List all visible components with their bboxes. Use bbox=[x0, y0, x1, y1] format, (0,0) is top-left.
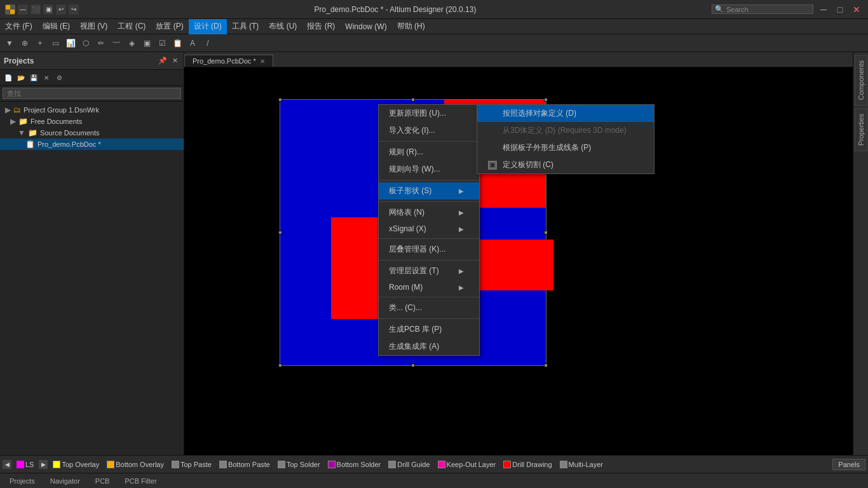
layer-multi[interactable]: Multi-Layer bbox=[557, 460, 606, 469]
dd-sep-6 bbox=[379, 297, 479, 297]
tree-item-free-docs[interactable]: ▶ 📁 Free Documents bbox=[0, 116, 184, 127]
minimize-window-icon[interactable]: — bbox=[18, 4, 28, 15]
layer-keepout-color bbox=[438, 461, 445, 468]
sub-define-from-3d: 从3D体定义 (D) (Requires 3D mode) bbox=[477, 122, 654, 139]
dd-xsignal[interactable]: xSignal (X) ▶ bbox=[379, 221, 479, 236]
sub-define-from-selection[interactable]: 按照选择对象定义 (D) bbox=[477, 105, 654, 122]
layer-ls[interactable]: LS bbox=[14, 460, 36, 469]
menu-window[interactable]: Window (W) bbox=[340, 19, 391, 34]
dd-sep-1 bbox=[379, 141, 479, 142]
bottom-tabs-bar: Projects Navigator PCB PCB Filter bbox=[0, 473, 868, 488]
layer-bottom-solder[interactable]: Bottom Solder bbox=[325, 460, 384, 469]
menu-place[interactable]: 放置 (P) bbox=[151, 19, 188, 34]
maximize-window-icon[interactable]: ▣ bbox=[43, 4, 53, 15]
rs-tab-properties[interactable]: Properties bbox=[855, 108, 867, 151]
layer-scroll-right-btn[interactable]: ▶ bbox=[39, 460, 48, 469]
menu-project[interactable]: 工程 (C) bbox=[112, 19, 151, 34]
dd-classes[interactable]: 类... (C)... bbox=[379, 299, 479, 316]
dd-gen-integrated-lib[interactable]: 生成集成库 (A) bbox=[379, 338, 479, 355]
redo-icon[interactable]: ↪ bbox=[69, 4, 79, 15]
sub-gen-lines-from-board[interactable]: 根据板子外形生成线条 (P) bbox=[477, 139, 654, 156]
save-item-btn[interactable]: 💾 bbox=[28, 72, 39, 83]
doc-tab-close-btn[interactable]: ✕ bbox=[260, 58, 265, 65]
canvas-area: Pro_demo.PcbDoc * ✕ bbox=[184, 52, 853, 455]
tree-item-source-docs[interactable]: ▼ 📁 Source Documents bbox=[0, 127, 184, 139]
undo-icon[interactable]: ↩ bbox=[56, 4, 66, 15]
layer-multi-label: Multi-Layer bbox=[569, 461, 603, 468]
doc-tab-pcb[interactable]: Pro_demo.PcbDoc * ✕ bbox=[184, 55, 273, 67]
frame-tool[interactable]: ▣ bbox=[140, 36, 154, 50]
window-title: Pro_demo.PcbDoc * - Altium Designer (20.… bbox=[79, 5, 712, 14]
sel-handle-br bbox=[544, 363, 548, 367]
menu-help[interactable]: 帮助 (H) bbox=[392, 19, 430, 34]
dd-manage-layers[interactable]: 管理层设置 (T) ▶ bbox=[379, 262, 479, 280]
app-icon[interactable] bbox=[5, 4, 15, 15]
layer-bottom-paste[interactable]: Bottom Paste bbox=[217, 460, 273, 469]
poly-tool[interactable]: ⬡ bbox=[79, 36, 93, 50]
layer-top-solder[interactable]: Top Solder bbox=[275, 460, 323, 469]
text-tool[interactable]: A bbox=[186, 36, 200, 50]
window-minimize-btn[interactable]: ─ bbox=[817, 3, 830, 16]
line-tool[interactable]: / bbox=[201, 36, 215, 50]
window-restore-btn[interactable]: □ bbox=[834, 3, 846, 16]
close-item-btn[interactable]: ✕ bbox=[41, 72, 52, 83]
bot-tab-pcb-filter[interactable]: PCB Filter bbox=[118, 475, 163, 487]
menu-file[interactable]: 文件 (F) bbox=[0, 19, 37, 34]
new-item-btn[interactable]: 📄 bbox=[3, 72, 14, 83]
dd-netlist[interactable]: 网络表 (N) ▶ bbox=[379, 204, 479, 221]
open-item-btn[interactable]: 📂 bbox=[15, 72, 27, 83]
select-tool[interactable]: ⊕ bbox=[18, 36, 32, 50]
layer-top-paste[interactable]: Top Paste bbox=[169, 460, 214, 469]
layer-bottom-paste-label: Bottom Paste bbox=[228, 461, 270, 468]
dd-board-shape[interactable]: 板子形状 (S) ▶ bbox=[379, 182, 479, 200]
dd-layer-manager[interactable]: 层叠管理器 (K)... bbox=[379, 241, 479, 258]
dd-gen-pcb-lib[interactable]: 生成PCB 库 (P) bbox=[379, 321, 479, 338]
rs-tab-components[interactable]: Components bbox=[855, 55, 867, 105]
layer-bottom-overlay[interactable]: Bottom Overlay bbox=[104, 460, 166, 469]
rect-tool[interactable]: ▭ bbox=[48, 36, 62, 50]
tree-item-group[interactable]: ▶ 🗂 Project Group 1.DsnWrk bbox=[0, 104, 184, 116]
sub-define-board-cutout[interactable]: 定义板切割 (C) bbox=[477, 156, 654, 173]
edit-tool[interactable]: ✏ bbox=[94, 36, 108, 50]
wave-tool[interactable]: 〰 bbox=[109, 36, 123, 50]
bot-tab-navigator[interactable]: Navigator bbox=[43, 475, 87, 487]
add-tool[interactable]: + bbox=[33, 36, 47, 50]
menu-design[interactable]: 设计 (D) bbox=[189, 19, 227, 34]
window-close-btn[interactable]: ✕ bbox=[850, 3, 863, 16]
layer-top-overlay-color bbox=[53, 461, 60, 468]
bot-tab-projects[interactable]: Projects bbox=[3, 475, 42, 487]
layer-scroll-left: ◀ bbox=[3, 460, 11, 469]
layer-keepout-label: Keep-Out Layer bbox=[447, 461, 496, 468]
group-label: Project Group 1.DsnWrk bbox=[24, 106, 99, 114]
menu-tools[interactable]: 工具 (T) bbox=[227, 19, 264, 34]
dd-rules[interactable]: 规则 (R)... bbox=[379, 144, 479, 161]
title-search-label[interactable]: Search bbox=[726, 6, 749, 13]
dd-import-changes[interactable]: 导入变化 (I)... bbox=[379, 122, 479, 139]
panel-pin-btn[interactable]: 📌 bbox=[158, 56, 168, 66]
panels-btn[interactable]: Panels bbox=[832, 459, 865, 470]
layer-scroll-left-btn[interactable]: ◀ bbox=[3, 460, 11, 469]
dd-room[interactable]: Room (M) ▶ bbox=[379, 280, 479, 295]
menu-edit[interactable]: 编辑 (E) bbox=[37, 19, 75, 34]
layer-drill-guide[interactable]: Drill Guide bbox=[386, 460, 432, 469]
menu-view[interactable]: 视图 (V) bbox=[75, 19, 112, 34]
bot-tab-pcb[interactable]: PCB bbox=[88, 475, 117, 487]
dd-rules-wizard[interactable]: 规则向导 (W)... bbox=[379, 161, 479, 178]
panel-close-btn[interactable]: ✕ bbox=[170, 56, 180, 66]
layer-keepout[interactable]: Keep-Out Layer bbox=[435, 460, 499, 469]
filter-tool[interactable]: ▼ bbox=[3, 36, 17, 50]
tree-item-pcb-file[interactable]: 📋 Pro_demo.PcbDoc * bbox=[0, 139, 184, 150]
chart-tool[interactable]: 📊 bbox=[64, 36, 78, 50]
settings-item-btn[interactable]: ⚙ bbox=[53, 72, 65, 83]
menu-report[interactable]: 报告 (R) bbox=[302, 19, 340, 34]
menu-route[interactable]: 布线 (U) bbox=[264, 19, 302, 34]
marker-tool[interactable]: ◈ bbox=[125, 36, 139, 50]
search-input[interactable] bbox=[3, 88, 181, 99]
sub-item-icon-4 bbox=[487, 160, 498, 170]
restore-window-icon[interactable]: ⬛ bbox=[31, 4, 41, 15]
data-tool[interactable]: 📋 bbox=[170, 36, 184, 50]
layer-top-overlay[interactable]: Top Overlay bbox=[50, 460, 102, 469]
dd-update-schematic[interactable]: 更新原理图 (U)... bbox=[379, 105, 479, 122]
check-tool[interactable]: ☑ bbox=[155, 36, 169, 50]
layer-drill-drawing[interactable]: Drill Drawing bbox=[501, 460, 554, 469]
